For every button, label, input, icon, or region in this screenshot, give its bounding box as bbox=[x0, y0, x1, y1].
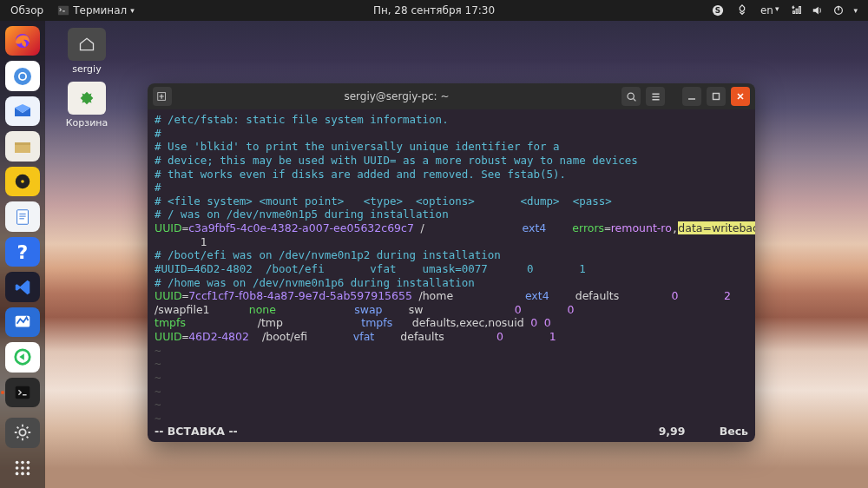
term-line: UUID=46D2-4802 /boot/efi vfat defaults 0… bbox=[155, 330, 748, 344]
skype-icon[interactable]: S bbox=[712, 4, 724, 16]
term-line: /swapfile1 none swap sw 0 0 bbox=[155, 303, 748, 317]
chevron-down-icon: ▾ bbox=[130, 6, 135, 15]
terminal-viewport[interactable]: # /etc/fstab: static file system informa… bbox=[148, 109, 755, 442]
term-line: ~ bbox=[155, 371, 748, 385]
term-line: ~ bbox=[155, 385, 748, 399]
hamburger-button[interactable] bbox=[646, 87, 665, 106]
term-line: tmpfs /tmp tmpfs defaults,exec,nosuid 0 … bbox=[155, 316, 748, 330]
search-icon bbox=[626, 91, 637, 102]
input-source[interactable]: en ▾ bbox=[760, 4, 779, 16]
svg-point-21 bbox=[21, 461, 24, 465]
dock-files[interactable] bbox=[5, 131, 40, 161]
svg-rect-33 bbox=[713, 94, 720, 100]
term-line: # bbox=[155, 181, 748, 195]
dock-terminal[interactable] bbox=[5, 378, 40, 407]
window-title: sergiy@sergiy-pc: ~ bbox=[177, 90, 616, 102]
vim-mode: -- ВСТАВКА -- bbox=[155, 425, 238, 439]
dock-thunderbird[interactable] bbox=[5, 96, 40, 126]
dock-remote[interactable] bbox=[5, 342, 40, 372]
term-line: ~ bbox=[155, 344, 748, 358]
minimize-icon bbox=[687, 91, 697, 102]
activities-button[interactable]: Обзор bbox=[5, 4, 49, 16]
input-source-label: en bbox=[760, 4, 773, 16]
svg-point-22 bbox=[27, 461, 30, 465]
term-line: # / was on /dev/nvme0n1p5 during install… bbox=[155, 208, 748, 221]
dock-monitor[interactable] bbox=[5, 307, 40, 337]
svg-point-24 bbox=[21, 466, 24, 470]
dock-writer[interactable] bbox=[5, 201, 40, 231]
dock-help[interactable]: ? bbox=[5, 237, 40, 267]
dock-vscode[interactable] bbox=[5, 272, 40, 301]
power-icon bbox=[832, 4, 845, 16]
desktop-trash[interactable]: Корзина bbox=[61, 82, 113, 129]
term-line: # /etc/fstab: static file system informa… bbox=[155, 113, 748, 127]
vim-scroll: Весь bbox=[720, 425, 748, 438]
svg-text:S: S bbox=[715, 6, 720, 15]
clock-button[interactable]: Пн, 28 сентября 17:30 bbox=[373, 4, 495, 16]
term-line: ~ bbox=[155, 412, 748, 425]
network-icon bbox=[791, 4, 803, 16]
help-icon: ? bbox=[17, 241, 29, 263]
term-line: # bbox=[155, 127, 748, 141]
vim-pos: 9,99 bbox=[659, 425, 686, 438]
search-button[interactable] bbox=[621, 87, 641, 106]
svg-point-27 bbox=[21, 472, 24, 475]
close-icon bbox=[735, 91, 746, 102]
svg-point-25 bbox=[27, 466, 30, 470]
term-line: # Use 'blkid' to print the universally u… bbox=[155, 140, 748, 154]
svg-rect-12 bbox=[17, 209, 29, 224]
system-menu[interactable]: ▾ bbox=[791, 4, 858, 16]
term-line: # /home was on /dev/nvme0n1p6 during ins… bbox=[155, 276, 748, 290]
term-line: ~ bbox=[155, 398, 748, 412]
svg-rect-9 bbox=[15, 142, 30, 145]
desktop-trash-label: Корзина bbox=[61, 117, 113, 129]
svg-point-26 bbox=[16, 472, 19, 475]
svg-point-23 bbox=[16, 466, 19, 470]
minimize-button[interactable] bbox=[682, 87, 701, 106]
term-line: # <file system> <mount point> <type> <op… bbox=[155, 195, 748, 208]
dock-firefox[interactable] bbox=[5, 26, 40, 56]
terminal-icon bbox=[57, 4, 69, 16]
trash-icon bbox=[77, 89, 96, 108]
svg-point-8 bbox=[20, 74, 25, 79]
desktop-home-label: sergiy bbox=[61, 63, 113, 75]
maximize-icon bbox=[711, 91, 721, 102]
system-tray: S en ▾ ▾ bbox=[712, 4, 863, 16]
term-line: #UUID=46D2-4802 /boot/efi vfat umask=007… bbox=[155, 262, 748, 276]
term-line: UUID=c3a9fbf5-4c0e-4382-a007-ee05632c69c… bbox=[155, 221, 748, 235]
dock-chromium[interactable] bbox=[5, 61, 40, 90]
volume-icon bbox=[812, 4, 824, 16]
window-titlebar[interactable]: sergiy@sergiy-pc: ~ bbox=[148, 83, 755, 109]
top-bar: Обзор Терминал ▾ Пн, 28 сентября 17:30 S… bbox=[0, 0, 868, 21]
app-menu[interactable]: Терминал ▾ bbox=[52, 4, 140, 16]
dock-settings[interactable] bbox=[5, 418, 40, 447]
chevron-down-icon: ▾ bbox=[853, 6, 858, 15]
term-line: 1 bbox=[155, 235, 748, 249]
svg-point-28 bbox=[27, 472, 30, 475]
show-apps-button[interactable] bbox=[5, 453, 40, 483]
svg-line-31 bbox=[633, 98, 635, 101]
svg-point-19 bbox=[19, 430, 25, 436]
term-line: # /boot/efi was on /dev/nvme0n1p2 during… bbox=[155, 248, 748, 262]
terminal-window: sergiy@sergiy-pc: ~ # /etc/fstab: static… bbox=[148, 83, 755, 442]
svg-rect-18 bbox=[16, 386, 30, 399]
term-line: UUID=7ccf1cf7-f0b8-4a87-9e7d-5ab59791565… bbox=[155, 289, 748, 303]
app-menu-label: Терминал bbox=[73, 4, 127, 16]
maximize-button[interactable] bbox=[707, 87, 726, 106]
dock-music[interactable] bbox=[5, 167, 40, 196]
close-button[interactable] bbox=[731, 87, 750, 106]
term-line: # device; this may be used with UUID= as… bbox=[155, 154, 748, 168]
vim-statusbar: -- ВСТАВКА --9,99 Весь bbox=[155, 425, 748, 439]
svg-point-30 bbox=[628, 93, 634, 99]
svg-point-11 bbox=[21, 180, 24, 183]
menu-icon bbox=[650, 91, 661, 102]
home-folder-icon bbox=[77, 36, 96, 53]
tray-app-icon[interactable] bbox=[736, 4, 748, 16]
term-line: # that works even if disks are added and… bbox=[155, 168, 748, 181]
new-tab-button[interactable] bbox=[153, 87, 172, 106]
svg-point-20 bbox=[16, 461, 19, 465]
chevron-down-icon: ▾ bbox=[775, 4, 779, 16]
svg-rect-0 bbox=[58, 6, 69, 16]
desktop-home[interactable]: sergiy bbox=[61, 28, 113, 75]
term-line: ~ bbox=[155, 357, 748, 371]
